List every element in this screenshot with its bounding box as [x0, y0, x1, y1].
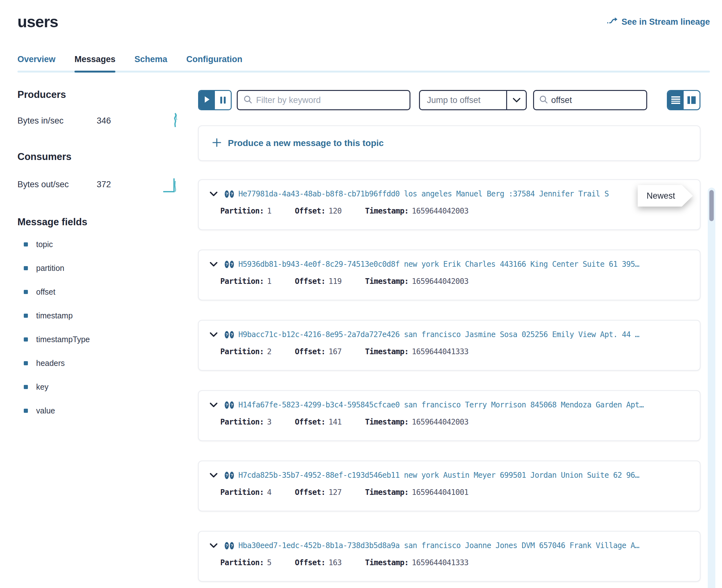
partition-pair: Partition:5: [220, 558, 271, 567]
split-view-icon: [687, 96, 690, 104]
partition-value: 3: [267, 418, 272, 426]
message-field-item[interactable]: headers: [24, 359, 187, 368]
list-view-icon: [671, 96, 680, 104]
play-pause-group: [198, 90, 232, 110]
producers-heading: Producers: [17, 89, 187, 101]
tab-configuration[interactable]: Configuration: [186, 55, 243, 72]
field-bullet-icon: [24, 290, 28, 294]
scrollbar-thumb[interactable]: [709, 190, 714, 221]
consumers-heading: Consumers: [17, 151, 187, 163]
message-meta: Partition:3 Offset:141 Timestamp:1659644…: [209, 418, 691, 426]
play-icon: [204, 96, 210, 105]
main-panel: Jump to offset: [187, 72, 722, 588]
message-field-item[interactable]: partition: [24, 264, 187, 273]
stream-lineage-link[interactable]: See in Stream lineage: [607, 17, 710, 27]
partition-label: Partition:: [220, 488, 264, 497]
message-key-line: ?? H5936db81-b943-4e0f-8c29-74513e0c0d8f…: [209, 260, 691, 269]
field-bullet-icon: [24, 409, 28, 413]
timestamp-pair: Timestamp:1659644041333: [365, 347, 469, 356]
jump-to-offset-select[interactable]: Jump to offset: [419, 90, 527, 110]
timestamp-label: Timestamp:: [365, 488, 409, 497]
tab-overview[interactable]: Overview: [17, 55, 56, 72]
message-row[interactable]: ?? H14fa67fe-5823-4299-b3c4-595845cfcae0…: [198, 390, 700, 441]
newest-tooltip: Newest: [638, 185, 693, 207]
tab-schema[interactable]: Schema: [135, 55, 167, 72]
expand-chevron-icon[interactable]: [209, 473, 218, 478]
play-button[interactable]: [199, 91, 215, 109]
message-row[interactable]: ?? Hba30eed7-1edc-452b-8b1a-738d3b5d8a9a…: [198, 531, 700, 582]
message-field-item[interactable]: value: [24, 406, 187, 415]
filter-keyword-input[interactable]: [252, 96, 410, 105]
bytes-out-value: 372: [97, 180, 111, 189]
timestamp-pair: Timestamp:1659644041333: [365, 558, 469, 567]
view-mode-toggle: [667, 90, 700, 110]
timestamp-value: 1659644042003: [412, 418, 469, 426]
chevron-down-icon: [506, 91, 526, 109]
offset-pair: Offset:127: [295, 488, 342, 497]
field-label: headers: [36, 359, 65, 368]
bytes-in-value: 346: [97, 116, 111, 126]
message-key: Hba30eed7-1edc-452b-8b1a-738d3b5d8a9a sa…: [238, 541, 639, 550]
replacement-glyph-icon: ??: [225, 472, 234, 479]
list-view-button[interactable]: [668, 91, 684, 109]
field-label: partition: [36, 264, 64, 273]
message-meta: Partition:1 Offset:119 Timestamp:1659644…: [209, 277, 691, 286]
replacement-glyph-icon: ??: [225, 190, 234, 198]
timestamp-value: 1659644041001: [412, 488, 469, 497]
message-fields-heading: Message fields: [17, 216, 187, 228]
offset-pair: Offset:167: [295, 347, 342, 356]
message-key-line: ?? H9bacc71c-b12c-4216-8e95-2a7da727e426…: [209, 330, 691, 339]
timestamp-label: Timestamp:: [365, 347, 409, 356]
replacement-glyph-icon: ??: [225, 261, 234, 268]
tab-messages[interactable]: Messages: [75, 55, 116, 72]
timestamp-value: 1659644041333: [412, 558, 469, 567]
pause-button[interactable]: [215, 91, 231, 109]
field-label: key: [36, 382, 48, 392]
timestamp-label: Timestamp:: [365, 558, 409, 567]
offset-search-input[interactable]: [548, 96, 663, 105]
message-field-item[interactable]: timestampType: [24, 335, 187, 344]
field-bullet-icon: [24, 266, 28, 270]
expand-chevron-icon[interactable]: [209, 402, 218, 407]
offset-value: 127: [329, 488, 342, 497]
expand-chevron-icon[interactable]: [209, 262, 218, 267]
pause-icon: [220, 97, 226, 104]
offset-label: Offset:: [295, 207, 325, 215]
message-key-line: ?? He77981da-4a43-48ab-b8f8-cb71b96ffdd0…: [209, 189, 691, 198]
message-row[interactable]: ?? H5936db81-b943-4e0f-8c29-74513e0c0d8f…: [198, 250, 700, 300]
expand-chevron-icon[interactable]: [209, 191, 218, 196]
message-row[interactable]: ?? He77981da-4a43-48ab-b8f8-cb71b96ffdd0…: [198, 179, 700, 230]
page-header: users See in Stream lineage: [0, 0, 722, 31]
message-meta: Partition:2 Offset:167 Timestamp:1659644…: [209, 347, 691, 356]
jump-select-value: Jump to offset: [420, 96, 506, 105]
offset-label: Offset:: [295, 277, 325, 286]
field-label: topic: [36, 240, 53, 249]
partition-label: Partition:: [220, 418, 264, 426]
message-field-item[interactable]: topic: [24, 240, 187, 249]
expand-chevron-icon[interactable]: [209, 543, 218, 548]
offset-value: 167: [329, 347, 342, 356]
scrollbar-track[interactable]: [708, 188, 715, 588]
message-row[interactable]: ?? H7cda825b-35b7-4952-88ef-c193d546eb11…: [198, 461, 700, 511]
topic-page: users See in Stream lineage Overview Mes…: [0, 0, 722, 588]
timestamp-pair: Timestamp:1659644042003: [365, 277, 469, 286]
replacement-glyph-icon: ??: [225, 331, 234, 338]
offset-pair: Offset:141: [295, 418, 342, 426]
partition-pair: Partition:3: [220, 418, 271, 426]
message-row[interactable]: ?? H9bacc71c-b12c-4216-8e95-2a7da727e426…: [198, 320, 700, 371]
timestamp-label: Timestamp:: [365, 277, 409, 286]
plus-icon: [212, 138, 222, 149]
message-field-item[interactable]: key: [24, 382, 187, 392]
partition-value: 4: [267, 488, 272, 497]
timestamp-pair: Timestamp:1659644041001: [365, 488, 469, 497]
message-field-item[interactable]: timestamp: [24, 311, 187, 320]
consumers-metric-row: Bytes out/sec 372: [17, 174, 187, 194]
split-view-button[interactable]: [684, 91, 700, 109]
partition-value: 2: [267, 347, 272, 356]
expand-chevron-icon[interactable]: [209, 332, 218, 337]
produce-message-button[interactable]: Produce a new message to this topic: [198, 125, 700, 161]
partition-label: Partition:: [220, 347, 264, 356]
message-field-item[interactable]: offset: [24, 287, 187, 296]
timestamp-pair: Timestamp:1659644042003: [365, 207, 469, 215]
message-meta: Partition:5 Offset:163 Timestamp:1659644…: [209, 558, 691, 567]
